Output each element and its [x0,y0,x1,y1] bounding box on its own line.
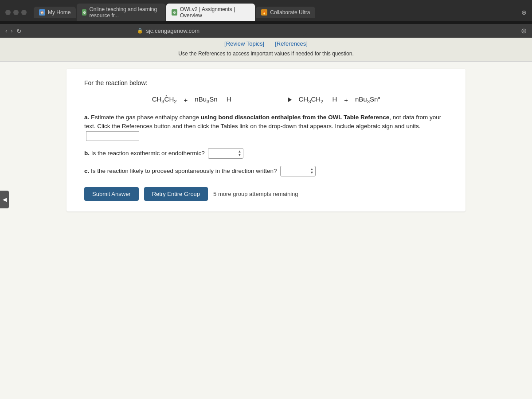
address-bar-row: ‹ › ↻ 🔒 sjc.cengagenow.com ⊕ [0,24,532,38]
reactant-2: nBu3SnH [195,95,231,104]
browser-dot-green [21,10,27,15]
plus-2: + [344,96,348,104]
part-b-block: b. Is the reaction exothermic or endothe… [84,148,448,159]
tab-online-teaching[interactable]: ⚙ Online teaching and learning resource … [77,4,165,21]
tab-label-online: Online teaching and learning resource fr… [89,6,160,19]
tab-label-home: My Home [48,9,70,16]
part-a-answer-input[interactable] [86,131,139,141]
browser-chrome: 🏠 My Home ⚙ Online teaching and learning… [0,0,532,21]
browser-top-bar: 🏠 My Home ⚙ Online teaching and learning… [5,4,527,21]
product-2: nBu3Sn [355,95,380,104]
part-c-label: c. [84,167,89,174]
browser-dot-red [5,10,11,15]
page-toolbar: [Review Topics] [References] Use the Ref… [0,38,532,62]
tab-favicon-home: 🏠 [39,9,45,16]
new-tab-button[interactable]: ⊕ [521,9,527,16]
part-c-select[interactable]: ▲▼ [280,166,316,176]
part-a-block: a. Estimate the gas phase enthalpy chang… [84,113,448,141]
forward-button[interactable]: › [11,27,12,34]
reaction-arrow [239,98,292,102]
part-b-select-text [210,149,238,158]
profile-button[interactable]: ⊕ [521,27,527,35]
part-a-label: a. [84,114,89,121]
part-a-bold-text: using bond dissociation enthalpies from … [201,114,390,121]
reactant-1: CH3Ċ•H2 [152,95,177,104]
question-container: For the reaction below: CH3Ċ•H2 + nBu3Sn… [66,69,466,211]
tab-owlv2[interactable]: ⚙ OWLv2 | Assignments | Overview [166,4,255,21]
tab-favicon-owlv2: ⚙ [172,9,177,16]
sidebar-toggle[interactable]: ◀ [0,191,9,208]
browser-controls [5,10,27,15]
part-b-text: b. Is the reaction exothermic or endothe… [84,148,448,159]
select-arrows-c: ▲▼ [310,168,313,175]
back-button[interactable]: ‹ [5,27,7,34]
submit-answer-button[interactable]: Submit Answer [84,187,139,201]
reload-button[interactable]: ↻ [16,27,22,35]
references-link[interactable]: [References] [275,40,308,47]
plus-1: + [184,96,188,104]
address-bar[interactable]: 🔒 sjc.cengagenow.com [130,26,307,36]
tab-favicon-online: ⚙ [82,9,86,16]
question-intro: For the reaction below: [84,79,448,86]
buttons-row: Submit Answer Retry Entire Group 5 more … [84,187,448,201]
chemical-equation: CH3Ċ•H2 + nBu3SnH CH3CH2H + nBu3Sn [84,95,448,104]
tab-my-home[interactable]: 🏠 My Home [34,7,76,18]
part-b-select[interactable]: ▲▼ [208,148,243,159]
review-topics-link[interactable]: [Review Topics] [224,40,264,47]
part-c-block: c. Is the reaction likely to proceed spo… [84,166,448,176]
tab-favicon-collab: 🔥 [261,9,267,16]
tab-label-collaborate: Collaborate Ultra [270,9,310,16]
sidebar-arrow-icon: ◀ [3,196,7,203]
lock-icon: 🔒 [137,28,143,34]
part-b-label: b. [84,149,90,156]
page-content: [Review Topics] [References] Use the Ref… [0,38,532,399]
browser-dot-yellow [13,10,19,15]
attempts-remaining-text: 5 more group attempts remaining [213,191,298,197]
part-a-text: a. Estimate the gas phase enthalpy chang… [84,113,448,141]
product-1: CH3CH2H [299,95,337,104]
tab-label-owlv2: OWLv2 | Assignments | Overview [180,6,250,19]
select-arrows-b: ▲▼ [238,150,241,157]
address-text: sjc.cengagenow.com [146,27,200,34]
tab-collaborate[interactable]: 🔥 Collaborate Ultra [256,7,315,18]
tab-bar: 🏠 My Home ⚙ Online teaching and learning… [30,4,518,21]
toolbar-note: Use the References to access important v… [0,49,532,59]
part-c-select-text [282,167,310,176]
part-c-text: c. Is the reaction likely to proceed spo… [84,166,448,176]
retry-entire-group-button[interactable]: Retry Entire Group [144,187,208,201]
